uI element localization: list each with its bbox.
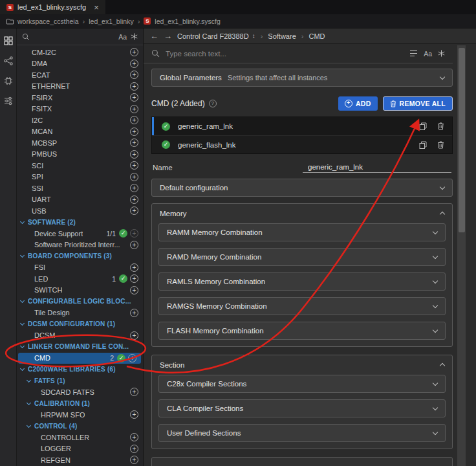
- tree-item-mcan[interactable]: MCAN: [17, 126, 143, 138]
- settings-sliders-icon[interactable]: [1, 93, 16, 109]
- cla-compiler-sections-row[interactable]: CLA Compiler Sections: [158, 399, 446, 417]
- forward-icon[interactable]: →: [164, 32, 172, 40]
- add-icon[interactable]: [130, 105, 138, 113]
- flash-memory-combination-row[interactable]: FLASH Memory Combination: [158, 322, 446, 340]
- delete-icon[interactable]: [437, 141, 444, 149]
- instance-row-generic-flash-lnk[interactable]: generic_flash_lnk: [152, 135, 452, 153]
- tree-item-refgen[interactable]: REFGEN: [17, 454, 143, 466]
- header-crumb-software[interactable]: Software: [268, 32, 296, 40]
- add-icon[interactable]: [130, 263, 138, 272]
- add-icon[interactable]: [130, 206, 138, 215]
- tree-category-control[interactable]: CONTROL (4): [17, 421, 143, 432]
- add-icon[interactable]: [130, 274, 138, 283]
- ramls-memory-combination-row[interactable]: RAMLS Memory Combination: [158, 272, 446, 291]
- regex-star-icon[interactable]: [131, 33, 138, 40]
- tree-category-configurable-logic-block[interactable]: CONFIGURABLE LOGIC BLOC...: [17, 296, 143, 307]
- add-icon[interactable]: [130, 286, 138, 294]
- regex-star-icon[interactable]: [438, 50, 445, 57]
- tree-item-dcsm[interactable]: DCSM: [17, 330, 143, 342]
- tree-category-board-components[interactable]: BOARD COMPONENTS (3): [17, 250, 143, 262]
- tab-led-ex1-blinky-syscfg[interactable]: S led_ex1_blinky.syscfg ×: [0, 0, 105, 14]
- device-grid-icon[interactable]: [1, 32, 16, 49]
- tree-item-controller[interactable]: CONTROLLER: [17, 432, 143, 443]
- tree-item-hrpwm-sfo[interactable]: HRPWM SFO: [17, 409, 143, 421]
- add-icon[interactable]: [130, 173, 138, 181]
- memory-group-header[interactable]: Memory: [152, 204, 452, 223]
- add-icon[interactable]: [130, 93, 138, 102]
- tree-item-logger[interactable]: LOGGER: [17, 443, 143, 455]
- back-icon[interactable]: ←: [150, 32, 158, 40]
- user-defined-sections-row[interactable]: User Defined Sections: [158, 424, 446, 442]
- add-button[interactable]: ADD: [338, 96, 378, 111]
- match-case-toggle[interactable]: Aa: [118, 33, 127, 41]
- breadcrumb-workspace[interactable]: workspace_ccstheia: [17, 17, 79, 25]
- add-icon[interactable]: [130, 456, 138, 464]
- tree-item-spi[interactable]: SPI: [17, 172, 143, 183]
- ramgs-memory-combination-row[interactable]: RAMGS Memory Combination: [158, 297, 446, 315]
- tree-item-ecat[interactable]: ECAT: [17, 69, 143, 81]
- c28x-compiler-sections-row[interactable]: C28x Compiler Sections: [158, 375, 446, 393]
- tree-category-software[interactable]: SOFTWARE (2): [17, 217, 143, 228]
- tree-item-uart[interactable]: UART: [17, 194, 143, 206]
- tree-item-tile-design[interactable]: Tile Design: [17, 307, 143, 319]
- tree-item-dma[interactable]: DMA: [17, 58, 143, 70]
- add-icon[interactable]: [130, 309, 138, 317]
- tree-item-fsi[interactable]: FSI: [17, 262, 143, 274]
- memory-chip-icon[interactable]: [1, 72, 16, 89]
- tree-category-fatfs[interactable]: FATFS (1): [17, 375, 143, 387]
- global-parameters-row[interactable]: Global ParametersSettings that affect al…: [151, 69, 453, 87]
- tree-item-sci[interactable]: SCI: [17, 160, 143, 172]
- add-icon[interactable]: [128, 354, 136, 362]
- add-icon[interactable]: [130, 161, 138, 170]
- add-icon[interactable]: [130, 241, 138, 249]
- device-selector[interactable]: Control Card F28388D ↕: [177, 32, 255, 40]
- tree-category-linker-command-file[interactable]: LINKER COMMAND FILE CON...: [17, 341, 143, 353]
- tree-category-c2000ware-libraries[interactable]: C2000WARE LIBRARIES (6): [17, 364, 143, 375]
- add-icon[interactable]: [130, 82, 138, 91]
- header-crumb-cmd[interactable]: CMD: [308, 32, 325, 40]
- add-icon[interactable]: [130, 116, 138, 124]
- tree-item-software-prioritized-interrupts[interactable]: Software Prioritized Interr...: [17, 239, 143, 251]
- tree-item-usb[interactable]: USB: [17, 205, 143, 217]
- tree-item-i2c[interactable]: I2C: [17, 115, 143, 126]
- peripheral-pins-icon[interactable]: [1, 52, 16, 69]
- instance-row-generic-ram-lnk[interactable]: generic_ram_lnk: [152, 117, 452, 135]
- help-icon[interactable]: [209, 100, 217, 107]
- add-icon[interactable]: [130, 433, 138, 441]
- tree-item-device-support[interactable]: Device Support1/1: [17, 228, 143, 239]
- add-icon[interactable]: [130, 445, 138, 453]
- name-input[interactable]: [303, 162, 451, 173]
- breadcrumb-file[interactable]: led_ex1_blinky.syscfg: [155, 17, 220, 25]
- add-icon[interactable]: [130, 184, 138, 192]
- tree-category-calibration[interactable]: CALIBRATION (1): [17, 398, 143, 410]
- match-case-toggle[interactable]: Aa: [424, 50, 432, 58]
- breadcrumb-project[interactable]: led_ex1_blinky: [89, 17, 133, 25]
- tree-item-fsitx[interactable]: FSITX: [17, 104, 143, 115]
- tree-item-led[interactable]: LED1: [17, 273, 143, 285]
- tree-item-fsirx[interactable]: FSIRX: [17, 92, 143, 104]
- remove-all-button[interactable]: REMOVE ALL: [383, 96, 453, 111]
- add-icon[interactable]: [130, 48, 138, 56]
- add-icon[interactable]: [130, 410, 138, 419]
- default-configuration-row[interactable]: Default configuration: [151, 179, 453, 197]
- tab-close-icon[interactable]: ×: [94, 3, 99, 12]
- tree-item-cm-i2c[interactable]: CM-I2C: [17, 47, 143, 58]
- tree-item-sdcard-fatfs[interactable]: SDCARD FATFS: [17, 386, 143, 398]
- section-group-header[interactable]: Section: [152, 355, 452, 375]
- delete-icon[interactable]: [437, 122, 444, 130]
- tree-item-switch[interactable]: SWITCH: [17, 285, 143, 296]
- tree-category-dcsm-configuration[interactable]: DCSM CONFIGURATION (1): [17, 318, 143, 330]
- add-icon[interactable]: [130, 71, 138, 79]
- add-icon[interactable]: [130, 139, 138, 147]
- add-icon[interactable]: [130, 331, 138, 340]
- ramd-memory-combination-row[interactable]: RAMD Memory Combination: [158, 248, 446, 266]
- tree-item-ethernet[interactable]: ETHERNET: [17, 81, 143, 93]
- copy-icon[interactable]: [419, 122, 427, 130]
- tree-filter-input[interactable]: [34, 33, 114, 41]
- vertical-scrollbar[interactable]: [457, 45, 466, 466]
- add-icon[interactable]: [130, 128, 138, 136]
- filter-lines-icon[interactable]: [409, 50, 418, 57]
- add-icon[interactable]: [130, 195, 138, 204]
- ramm-memory-combination-row[interactable]: RAMM Memory Combination: [158, 223, 446, 241]
- copy-icon[interactable]: [419, 141, 427, 149]
